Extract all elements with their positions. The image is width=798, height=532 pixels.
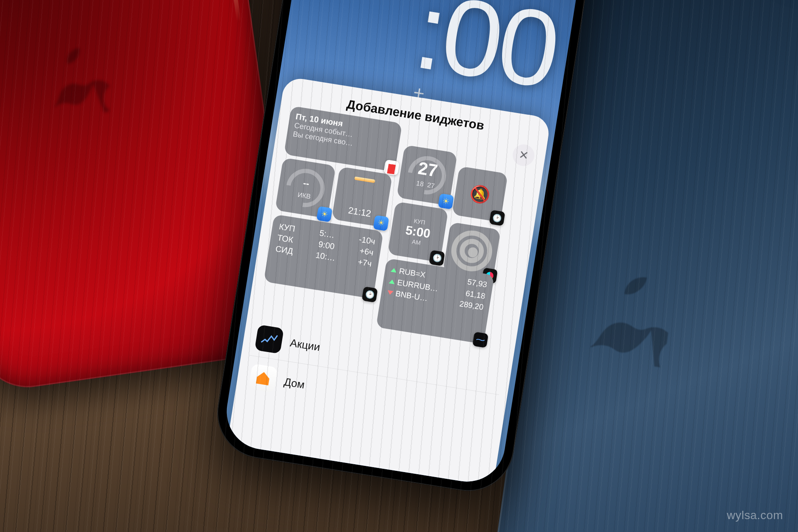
alarm-time: 5:00 bbox=[404, 223, 431, 241]
sunset-icon bbox=[354, 177, 375, 183]
offset: +7ч bbox=[357, 256, 372, 269]
weather-app-icon: ☀ bbox=[438, 193, 454, 209]
apple-logo-icon bbox=[589, 267, 676, 368]
alarm-mute-widget[interactable]: 🔕 🕑 bbox=[452, 166, 508, 222]
apple-logo-icon bbox=[46, 41, 113, 119]
stocks-app-icon bbox=[472, 332, 488, 348]
clock-app-icon: 🕑 bbox=[429, 250, 445, 266]
weather-app-icon: ☀ bbox=[316, 206, 332, 222]
watermark: wylsa.com bbox=[727, 509, 783, 522]
sunset-time: 21:12 bbox=[347, 205, 372, 219]
clock-app-icon: 🕑 bbox=[489, 210, 505, 226]
sunset-widget[interactable]: 21:12 ☀ bbox=[332, 167, 392, 227]
app-label: Дом bbox=[283, 375, 305, 391]
close-icon: ✕ bbox=[518, 148, 530, 163]
close-button[interactable]: ✕ bbox=[511, 143, 536, 167]
home-app-icon bbox=[248, 364, 278, 393]
bell-slash-icon: 🔕 bbox=[468, 183, 492, 205]
calendar-app-icon: ▇▇▇▇ bbox=[384, 160, 400, 176]
world-clock-widget[interactable]: КУП5:…-10ч ТОК9:00+6ч СИД10:…+7ч 🕑 bbox=[264, 214, 383, 299]
lockscreen-clock: :00 bbox=[407, 0, 565, 113]
next-alarm-widget[interactable]: КУП 5:00 AM 🕑 bbox=[387, 202, 448, 262]
clock-app-icon: 🕑 bbox=[362, 286, 378, 303]
stocks-app-icon bbox=[254, 325, 284, 354]
air-quality-widget[interactable]: -- ИКВ ☀ bbox=[275, 158, 336, 218]
rings-icon bbox=[448, 227, 496, 275]
weather-app-icon: ☀ bbox=[373, 215, 389, 231]
photo-scene: :00 + Добавление виджетов ✕ Пт, 10 июня … bbox=[0, 0, 798, 532]
city: СИД bbox=[275, 243, 294, 257]
app-label: Акции bbox=[289, 336, 321, 354]
widget-picker-panel: Добавление виджетов ✕ Пт, 10 июня Сегодн… bbox=[224, 76, 551, 487]
temperature-widget[interactable]: 27 18 27 ☀ bbox=[397, 145, 457, 205]
alarm-ampm: AM bbox=[411, 238, 421, 246]
